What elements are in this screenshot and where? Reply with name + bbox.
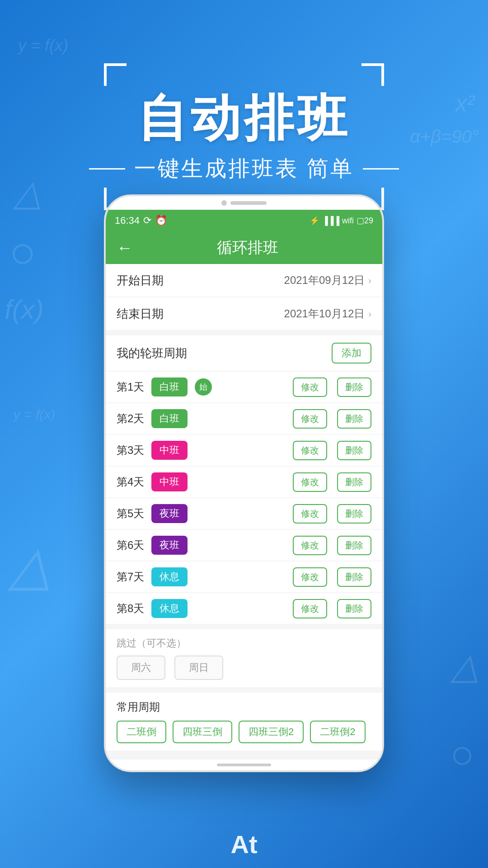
day-label-6: 第6天 bbox=[117, 538, 144, 552]
day-label-1: 第1天 bbox=[117, 380, 144, 394]
start-date-chevron: › bbox=[368, 275, 371, 286]
common-section: 常用周期 二班倒四班三倒四班三倒2二班倒2 bbox=[106, 693, 382, 750]
phone-mockup-container: 16:34 ⟳ ⏰ ⚡ ▐▐▐ wifi ▢29 ← 循环排班 开始日期 202… bbox=[104, 194, 384, 772]
hero-section: 自动排班 一键生成排班表 简单 bbox=[0, 0, 488, 210]
skip-title: 跳过（可不选） bbox=[117, 637, 371, 650]
phone-top bbox=[106, 196, 382, 210]
day-row-5: 第5天夜班修改删除 bbox=[106, 498, 382, 529]
shift-badge-5: 夜班 bbox=[151, 504, 188, 523]
math-deco-10: y = f(x) bbox=[14, 407, 56, 422]
hero-line-left bbox=[89, 168, 125, 170]
delete-button-3[interactable]: 删除 bbox=[337, 441, 371, 460]
status-time: 16:34 bbox=[115, 215, 140, 226]
bottom-text: At bbox=[230, 830, 257, 859]
cycle-section-header: 我的轮班周期 添加 bbox=[106, 335, 382, 371]
modify-button-5[interactable]: 修改 bbox=[293, 504, 327, 524]
common-title: 常用周期 bbox=[117, 700, 371, 714]
math-deco-9: ○ bbox=[450, 731, 474, 778]
day-label-5: 第5天 bbox=[117, 506, 144, 521]
day-row-3: 第3天中班修改删除 bbox=[106, 435, 382, 466]
delete-button-5[interactable]: 删除 bbox=[337, 504, 371, 524]
skip-options: 周六 周日 bbox=[117, 656, 371, 680]
math-deco-4: f(x) bbox=[5, 294, 44, 325]
shift-badge-7: 休息 bbox=[151, 567, 188, 586]
phone-camera bbox=[221, 200, 227, 206]
add-cycle-button[interactable]: 添加 bbox=[332, 343, 371, 363]
modify-button-8[interactable]: 修改 bbox=[293, 599, 327, 618]
home-indicator bbox=[217, 764, 271, 766]
math-deco-2: ○ bbox=[9, 226, 36, 278]
math-deco-7: △ bbox=[451, 645, 479, 687]
common-option-2[interactable]: 四班三倒 bbox=[173, 721, 232, 743]
status-sync-icon: ⟳ bbox=[143, 215, 151, 226]
phone-bottom bbox=[106, 760, 382, 770]
shift-badge-3: 中班 bbox=[151, 441, 188, 460]
delete-button-2[interactable]: 删除 bbox=[337, 409, 371, 429]
status-bar: 16:34 ⟳ ⏰ ⚡ ▐▐▐ wifi ▢29 bbox=[106, 210, 382, 231]
common-option-3[interactable]: 四班三倒2 bbox=[239, 721, 304, 743]
delete-button-4[interactable]: 删除 bbox=[337, 472, 371, 492]
end-date-label: 结束日期 bbox=[117, 306, 164, 322]
skip-sunday[interactable]: 周日 bbox=[174, 656, 223, 680]
battery-icon: ▢29 bbox=[357, 216, 373, 226]
day-row-6: 第6天夜班修改删除 bbox=[106, 530, 382, 561]
back-button[interactable]: ← bbox=[117, 238, 133, 257]
hero-line-right bbox=[363, 168, 399, 170]
skip-section: 跳过（可不选） 周六 周日 bbox=[106, 629, 382, 687]
status-right: ⚡ ▐▐▐ wifi ▢29 bbox=[310, 216, 373, 226]
day-row-8: 第8天休息修改删除 bbox=[106, 593, 382, 624]
day-label-8: 第8天 bbox=[117, 601, 144, 616]
common-options: 二班倒四班三倒四班三倒2二班倒2 bbox=[117, 721, 371, 743]
end-date-row[interactable]: 结束日期 2021年10月12日 › bbox=[106, 297, 382, 330]
shift-badge-1: 白班 bbox=[151, 377, 188, 396]
day-label-2: 第2天 bbox=[117, 411, 144, 426]
shift-badge-2: 白班 bbox=[151, 409, 188, 428]
delete-button-7[interactable]: 删除 bbox=[337, 567, 371, 587]
phone-speaker bbox=[230, 201, 267, 205]
day-label-3: 第3天 bbox=[117, 443, 144, 458]
modify-button-1[interactable]: 修改 bbox=[293, 377, 327, 397]
math-deco-8: △ bbox=[9, 534, 51, 597]
bracket-top-right bbox=[361, 63, 384, 86]
phone-mockup: 16:34 ⟳ ⏰ ⚡ ▐▐▐ wifi ▢29 ← 循环排班 开始日期 202… bbox=[104, 194, 384, 772]
hero-subtitle: 一键生成排班表 简单 bbox=[134, 154, 353, 183]
app-bar: ← 循环排班 bbox=[106, 231, 382, 264]
modify-button-2[interactable]: 修改 bbox=[293, 409, 327, 429]
end-date-value: 2021年10月12日 › bbox=[284, 307, 371, 321]
skip-saturday[interactable]: 周六 bbox=[117, 656, 165, 680]
start-badge-1: 始 bbox=[195, 378, 212, 396]
content-area: 开始日期 2021年09月12日 › 结束日期 2021年10月12日 › 我的… bbox=[106, 264, 382, 760]
modify-button-4[interactable]: 修改 bbox=[293, 472, 327, 492]
bluetooth-icon: ⚡ bbox=[310, 216, 319, 226]
hero-subtitle-row: 一键生成排班表 简单 bbox=[0, 154, 488, 183]
shift-badge-6: 夜班 bbox=[151, 536, 188, 555]
day-rows-container: 第1天白班始修改删除第2天白班修改删除第3天中班修改删除第4天中班修改删除第5天… bbox=[106, 372, 382, 624]
day-label-4: 第4天 bbox=[117, 475, 144, 489]
status-alarm-icon: ⏰ bbox=[155, 215, 167, 226]
shift-badge-4: 中班 bbox=[151, 472, 188, 491]
common-option-1[interactable]: 二班倒 bbox=[117, 721, 166, 743]
hero-title: 自动排班 bbox=[0, 90, 488, 145]
bracket-top-left bbox=[104, 63, 127, 86]
delete-button-1[interactable]: 删除 bbox=[337, 377, 371, 397]
day-row-1: 第1天白班始修改删除 bbox=[106, 372, 382, 402]
start-date-row[interactable]: 开始日期 2021年09月12日 › bbox=[106, 264, 382, 297]
status-left: 16:34 ⟳ ⏰ bbox=[115, 215, 167, 226]
modify-button-3[interactable]: 修改 bbox=[293, 441, 327, 460]
day-row-7: 第7天休息修改删除 bbox=[106, 561, 382, 592]
start-date-label: 开始日期 bbox=[117, 273, 164, 288]
modify-button-6[interactable]: 修改 bbox=[293, 536, 327, 555]
end-date-chevron: › bbox=[368, 309, 371, 319]
app-bar-title: 循环排班 bbox=[146, 237, 349, 258]
delete-button-6[interactable]: 删除 bbox=[337, 536, 371, 555]
wifi-icon: wifi bbox=[342, 216, 354, 226]
day-label-7: 第7天 bbox=[117, 570, 144, 584]
shift-badge-8: 休息 bbox=[151, 599, 188, 618]
modify-button-7[interactable]: 修改 bbox=[293, 567, 327, 587]
day-row-2: 第2天白班修改删除 bbox=[106, 403, 382, 434]
start-date-value: 2021年09月12日 › bbox=[284, 273, 371, 288]
delete-button-8[interactable]: 删除 bbox=[337, 599, 371, 618]
common-option-4[interactable]: 二班倒2 bbox=[310, 721, 365, 743]
signal-icon: ▐▐▐ bbox=[322, 216, 339, 226]
cycle-title: 我的轮班周期 bbox=[117, 345, 187, 361]
